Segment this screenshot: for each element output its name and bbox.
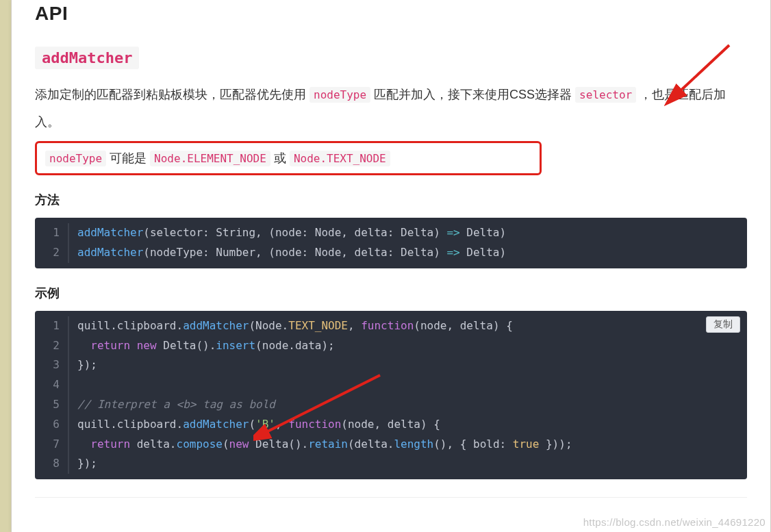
code-line: 1 addMatcher(selector: String, (node: No…: [35, 223, 747, 243]
page-title: API: [35, 0, 747, 25]
code-token: (node, delta) {: [341, 418, 440, 431]
code-line: 6 quill.clipboard.addMatcher('B', functi…: [35, 415, 747, 435]
code-token: function: [288, 418, 341, 431]
copy-button[interactable]: 复制: [706, 316, 740, 333]
code-example-block: 复制 1 quill.clipboard.addMatcher(Node.TEX…: [35, 311, 747, 479]
code-line: 3 });: [35, 355, 747, 375]
line-number: 2: [35, 243, 68, 263]
code-line: 1 quill.clipboard.addMatcher(Node.TEXT_N…: [35, 316, 747, 336]
code-token: ,: [275, 418, 288, 431]
highlight-box: nodeType 可能是 Node.ELEMENT_NODE 或 Node.TE…: [35, 141, 542, 175]
code-token: new: [137, 339, 157, 352]
code-line: 4: [35, 375, 747, 395]
line-number: 7: [35, 435, 68, 455]
code-token: }));: [539, 438, 572, 451]
code-token: Delta): [460, 226, 506, 239]
code-token: delta.: [130, 438, 176, 451]
code-token: return: [90, 339, 130, 352]
code-token: addMatcher: [77, 226, 143, 239]
code-comment: // Interpret a <b> tag as bold: [77, 398, 275, 411]
code-token: Delta): [460, 246, 506, 259]
code-token: new: [229, 438, 249, 451]
line-number: 3: [35, 355, 68, 375]
method-heading: addMatcher: [35, 47, 747, 69]
code-token: (: [223, 438, 229, 451]
code-token: (: [249, 418, 255, 431]
code-token: quill.clipboard.: [77, 418, 183, 431]
code-token: function: [361, 319, 414, 332]
code-token: });: [77, 358, 97, 371]
line-number: 8: [35, 454, 68, 474]
hint-text: 或: [274, 151, 290, 165]
code-signature-block: 1 addMatcher(selector: String, (node: No…: [35, 218, 747, 268]
code-token: (node, delta) {: [414, 319, 513, 332]
line-number: 1: [35, 223, 68, 243]
desc-text: 匹配并加入，接下来使用CSS选择器: [374, 88, 575, 101]
code-token: 'B': [255, 418, 275, 431]
subheading-method: 方法: [35, 192, 747, 208]
code-token: (selector: String, (node: Node, delta: D…: [143, 226, 446, 239]
inline-code-text-node: Node.TEXT_NODE: [290, 151, 390, 166]
code-token: Delta().: [249, 438, 308, 451]
code-token: [130, 339, 137, 352]
line-number: 4: [35, 375, 68, 395]
code-token: TEXT_NODE: [288, 319, 348, 332]
code-token: });: [77, 457, 97, 470]
code-line: 5 // Interpret a <b> tag as bold: [35, 395, 747, 415]
code-token: (delta.: [348, 438, 394, 451]
code-token: (Node.: [249, 319, 288, 332]
line-number: 6: [35, 415, 68, 435]
line-number: 2: [35, 336, 68, 356]
code-token: (nodeType: Number, (node: Node, delta: D…: [143, 246, 446, 259]
method-name-badge: addMatcher: [35, 47, 139, 69]
code-token: insert: [216, 339, 255, 352]
desc-text: 添加定制的匹配器到粘贴板模块，匹配器优先使用: [35, 88, 309, 101]
method-description: 添加定制的匹配器到粘贴板模块，匹配器优先使用 nodeType 匹配并加入，接下…: [35, 81, 747, 136]
code-token: quill.clipboard.: [77, 319, 183, 332]
subheading-example: 示例: [35, 285, 747, 301]
code-token: =>: [446, 226, 459, 239]
code-token: length: [394, 438, 433, 451]
inline-code-selector: selector: [575, 87, 636, 103]
code-token: =>: [446, 246, 459, 259]
inline-code-nodetype: nodeType: [45, 151, 106, 166]
code-line: 2 addMatcher(nodeType: Number, (node: No…: [35, 243, 747, 263]
code-token: Delta().: [157, 339, 216, 352]
code-token: retain: [308, 438, 348, 451]
inline-code-element-node: Node.ELEMENT_NODE: [150, 151, 270, 166]
next-section-peek: [35, 497, 747, 509]
hint-text: 可能是: [110, 151, 150, 165]
code-token: addMatcher: [183, 319, 249, 332]
code-token: return: [90, 438, 130, 451]
code-token: compose: [177, 438, 223, 451]
line-number: 5: [35, 395, 68, 415]
code-token: addMatcher: [183, 418, 249, 431]
code-token: [77, 438, 90, 451]
code-token: ,: [348, 319, 361, 332]
code-token: (node.data);: [255, 339, 335, 352]
code-token: [77, 339, 90, 352]
code-line: 2 return new Delta().insert(node.data);: [35, 336, 747, 356]
inline-code-nodetype: nodeType: [309, 87, 370, 103]
code-token: addMatcher: [77, 246, 143, 259]
code-line: 7 return delta.compose(new Delta().retai…: [35, 435, 747, 455]
code-token: (), { bold:: [433, 438, 513, 451]
code-token: true: [513, 438, 540, 451]
line-number: 1: [35, 316, 68, 336]
code-line: 8 });: [35, 454, 747, 474]
